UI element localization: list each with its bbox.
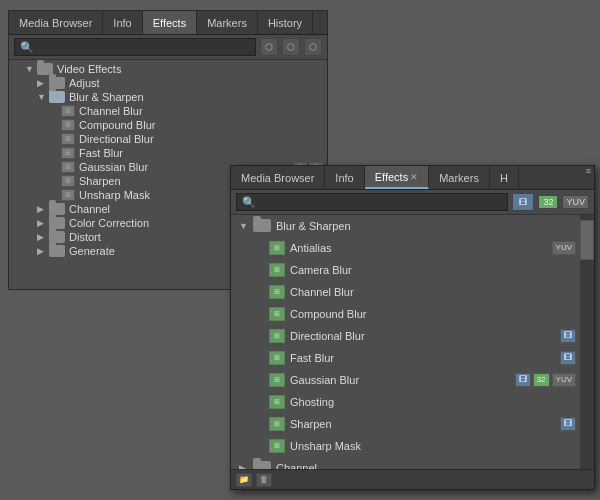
front-item-channel[interactable]: ▶ Channel	[231, 457, 580, 469]
back-tab-markers[interactable]: Markers	[197, 11, 258, 34]
front-item-compound-blur[interactable]: ⊞ Compound Blur	[231, 303, 580, 325]
item-label: Sharpen	[290, 418, 560, 430]
back-item-adjust[interactable]: ▶ Adjust	[9, 76, 327, 90]
item-label: Fast Blur	[79, 147, 323, 159]
effect-icon: ⊞	[61, 175, 75, 187]
yuv-badge: YUV	[552, 373, 576, 387]
badges: 🎞	[560, 417, 576, 431]
back-tab-bar: Media Browser Info Effects Markers Histo…	[9, 11, 327, 35]
badges: 🎞	[560, 351, 576, 365]
scrollbar[interactable]	[580, 215, 594, 469]
item-label: Antialias	[290, 242, 552, 254]
item-label: Camera Blur	[290, 264, 576, 276]
front-search-input[interactable]	[236, 193, 508, 211]
back-icon-btn-3[interactable]: ⬡	[304, 38, 322, 56]
item-label: Blur & Sharpen	[276, 220, 576, 232]
back-tab-info[interactable]: Info	[103, 11, 142, 34]
back-tab-media-browser[interactable]: Media Browser	[9, 11, 103, 34]
badges: 🎞	[560, 329, 576, 343]
acc-badge: 🎞	[515, 373, 531, 387]
folder-icon	[253, 219, 271, 232]
effect-icon: ⊞	[61, 105, 75, 117]
back-item-compound-blur[interactable]: ⊞ Compound Blur	[9, 118, 327, 132]
back-icon-btn-2[interactable]: ⬡	[282, 38, 300, 56]
front-item-blur-sharpen[interactable]: ▼ Blur & Sharpen	[231, 215, 580, 237]
effect-icon: ⊞	[269, 351, 285, 365]
item-label: Blur & Sharpen	[69, 91, 323, 103]
effect-icon: ⊞	[61, 189, 75, 201]
bottom-bar: 📁 🗑	[231, 469, 594, 489]
folder-icon	[253, 461, 271, 469]
acc-badge: 🎞	[560, 351, 576, 365]
back-item-fast-blur[interactable]: ⊞ Fast Blur	[9, 146, 327, 160]
front-tab-bar: Media Browser Info Effects ✕ Markers H ≡	[231, 166, 594, 190]
front-item-sharpen[interactable]: ⊞ Sharpen 🎞	[231, 413, 580, 435]
item-label: Channel Blur	[290, 286, 576, 298]
arrow-icon: ▶	[37, 246, 49, 256]
back-search-input[interactable]	[14, 38, 256, 56]
effect-icon: ⊞	[269, 439, 285, 453]
front-tab-media-browser[interactable]: Media Browser	[231, 166, 325, 189]
yuv-badge: YUV	[552, 241, 576, 255]
front-item-gaussian-blur[interactable]: ⊞ Gaussian Blur 🎞 32 YUV	[231, 369, 580, 391]
badges: YUV	[552, 241, 576, 255]
item-label: Directional Blur	[79, 133, 323, 145]
folder-icon	[49, 91, 65, 103]
front-item-antialias[interactable]: ⊞ Antialias YUV	[231, 237, 580, 259]
front-tab-markers[interactable]: Markers	[429, 166, 490, 189]
acc-badge: 🎞	[560, 329, 576, 343]
item-label: Directional Blur	[290, 330, 560, 342]
effect-icon: ⊞	[269, 285, 285, 299]
effect-icon: ⊞	[269, 241, 285, 255]
back-icon-btn-1[interactable]: ⬡	[260, 38, 278, 56]
front-toolbar: 🎞 32 YUV	[231, 190, 594, 215]
back-tab-history[interactable]: History	[258, 11, 313, 34]
front-item-fast-blur[interactable]: ⊞ Fast Blur 🎞	[231, 347, 580, 369]
front-item-camera-blur[interactable]: ⊞ Camera Blur	[231, 259, 580, 281]
effect-icon: ⊞	[269, 329, 285, 343]
effects-close-icon[interactable]: ✕	[410, 172, 418, 182]
back-item-video-effects[interactable]: ▼ Video Effects	[9, 62, 327, 76]
item-label: Video Effects	[57, 63, 323, 75]
panel-menu-icon[interactable]: ≡	[583, 166, 594, 189]
back-item-channel-blur[interactable]: ⊞ Channel Blur	[9, 104, 327, 118]
arrow-icon: ▶	[37, 232, 49, 242]
trash-icon[interactable]: 🗑	[256, 473, 272, 487]
item-label: Compound Blur	[79, 119, 323, 131]
item-label: Channel	[276, 462, 576, 470]
front-tree: ▼ Blur & Sharpen ⊞ Antialias YUV ⊞ Camer…	[231, 215, 580, 469]
front-item-directional-blur[interactable]: ⊞ Directional Blur 🎞	[231, 325, 580, 347]
item-label: Ghosting	[290, 396, 576, 408]
accelerated-filter-btn[interactable]: 🎞	[512, 193, 534, 211]
item-label: Adjust	[69, 77, 323, 89]
back-item-directional-blur[interactable]: ⊞ Directional Blur	[9, 132, 327, 146]
front-tree-container: ▼ Blur & Sharpen ⊞ Antialias YUV ⊞ Camer…	[231, 215, 594, 469]
effect-icon: ⊞	[269, 373, 285, 387]
front-item-channel-blur[interactable]: ⊞ Channel Blur	[231, 281, 580, 303]
scrollbar-thumb[interactable]	[580, 220, 594, 260]
back-tab-effects[interactable]: Effects	[143, 11, 197, 34]
back-toolbar: ⬡ ⬡ ⬡	[9, 35, 327, 60]
arrow-icon: ▼	[25, 64, 37, 74]
acc-badge: 🎞	[560, 417, 576, 431]
front-tab-effects[interactable]: Effects ✕	[365, 166, 429, 189]
front-tab-h[interactable]: H	[490, 166, 519, 189]
item-label: Unsharp Mask	[290, 440, 576, 452]
back-item-blur-sharpen[interactable]: ▼ Blur & Sharpen	[9, 90, 327, 104]
32-badge: 32	[533, 373, 550, 387]
yuv-btn[interactable]: YUV	[562, 195, 589, 209]
front-item-ghosting[interactable]: ⊞ Ghosting	[231, 391, 580, 413]
arrow-icon: ▼	[37, 92, 49, 102]
effect-icon: ⊞	[61, 147, 75, 159]
effect-icon: ⊞	[269, 307, 285, 321]
front-tab-info[interactable]: Info	[325, 166, 364, 189]
arrow-icon: ▶	[37, 218, 49, 228]
32bit-btn[interactable]: 32	[538, 195, 558, 209]
new-folder-icon[interactable]: 📁	[236, 473, 252, 487]
front-item-unsharp-mask[interactable]: ⊞ Unsharp Mask	[231, 435, 580, 457]
item-label: Compound Blur	[290, 308, 576, 320]
badges: 🎞 32 YUV	[515, 373, 576, 387]
effect-icon: ⊞	[61, 161, 75, 173]
arrow-icon: ▶	[37, 78, 49, 88]
arrow-icon: ▶	[37, 204, 49, 214]
